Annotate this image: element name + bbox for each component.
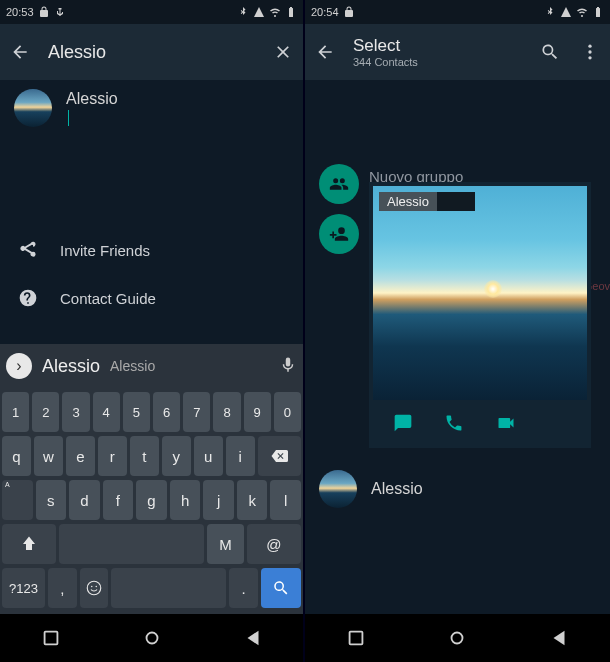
invite-friends-label: Invite Friends [60, 242, 150, 259]
contact-list-row[interactable]: Alessio [319, 470, 596, 508]
invite-friends[interactable]: Invite Friends [0, 226, 303, 274]
right-content: Nuovo gruppo Geov Alessio [305, 80, 610, 614]
key-f[interactable]: f [103, 480, 134, 520]
group-icon [329, 174, 349, 194]
key-t[interactable]: t [130, 436, 159, 476]
key-capslock[interactable]: A [2, 480, 33, 520]
contact-guide[interactable]: Contact Guide [0, 274, 303, 322]
status-time: 20:53 [6, 6, 34, 18]
popup-name-redact [437, 192, 475, 211]
statusbar-left: 20:53 [0, 0, 303, 24]
contact-preview-popup: Alessio [369, 182, 591, 448]
contact-result-row[interactable]: Alessio [0, 80, 303, 136]
popup-contact-name: Alessio [379, 192, 437, 211]
key-q[interactable]: q [2, 436, 31, 476]
key-6[interactable]: 6 [153, 392, 180, 432]
key-k[interactable]: k [237, 480, 268, 520]
contacts-count: 344 Contacts [353, 56, 522, 68]
lock-icon [343, 6, 355, 18]
statusbar-right: 20:54 [305, 0, 610, 24]
clear-button[interactable] [271, 40, 295, 64]
key-4[interactable]: 4 [93, 392, 120, 432]
search-input[interactable]: Alessio [48, 42, 255, 63]
usb-icon [54, 6, 66, 18]
key-backspace[interactable] [258, 436, 301, 476]
svg-point-4 [146, 633, 157, 644]
contact-photo[interactable]: Alessio [373, 186, 587, 400]
key-comma[interactable]: , [48, 568, 77, 608]
key-symbols[interactable]: ?123 [2, 568, 45, 608]
svg-rect-3 [44, 632, 57, 645]
key-l[interactable]: l [270, 480, 301, 520]
nav-back[interactable] [548, 627, 570, 649]
expand-suggestions[interactable]: › [6, 353, 32, 379]
svg-point-5 [588, 45, 591, 48]
popup-video[interactable] [493, 410, 519, 436]
key-5[interactable]: 5 [123, 392, 150, 432]
key-1[interactable]: 1 [2, 392, 29, 432]
add-person-icon [329, 224, 349, 244]
text-cursor [68, 110, 69, 126]
back-button[interactable] [8, 40, 32, 64]
signal-icon [253, 6, 265, 18]
video-icon [496, 413, 516, 433]
voice-input[interactable] [279, 356, 297, 377]
key-h[interactable]: h [170, 480, 201, 520]
key-shift[interactable] [2, 524, 56, 564]
bluetooth-icon [544, 6, 556, 18]
key-2[interactable]: 2 [32, 392, 59, 432]
back-button[interactable] [313, 40, 337, 64]
suggestion-1[interactable]: Alessio [42, 356, 100, 377]
key-9[interactable]: 9 [244, 392, 271, 432]
key-emoji[interactable] [80, 568, 109, 608]
key-j[interactable]: j [203, 480, 234, 520]
key-i[interactable]: i [226, 436, 255, 476]
suggestion-2[interactable]: Alessio [110, 358, 155, 374]
nav-home[interactable] [446, 627, 468, 649]
chat-icon [393, 413, 413, 433]
svg-rect-8 [349, 632, 362, 645]
key-e[interactable]: e [66, 436, 95, 476]
key-search[interactable] [261, 568, 301, 608]
key-m[interactable]: M [207, 524, 243, 564]
new-group-fab[interactable] [319, 164, 359, 204]
svg-point-2 [96, 586, 98, 588]
key-8[interactable]: 8 [213, 392, 240, 432]
select-title: Select [353, 37, 522, 54]
key-7[interactable]: 7 [183, 392, 210, 432]
new-contact-fab[interactable] [319, 214, 359, 254]
key-d[interactable]: d [69, 480, 100, 520]
popup-message[interactable] [390, 410, 416, 436]
key-0[interactable]: 0 [274, 392, 301, 432]
key-space-2[interactable] [111, 568, 226, 608]
help-icon [18, 288, 38, 308]
popup-info[interactable] [544, 410, 570, 436]
nav-bar-left [0, 614, 303, 662]
overflow-menu[interactable] [578, 40, 602, 64]
avatar [14, 89, 52, 127]
key-space[interactable] [59, 524, 204, 564]
contact-guide-label: Contact Guide [60, 290, 156, 307]
key-at[interactable]: @ [247, 524, 301, 564]
key-r[interactable]: r [98, 436, 127, 476]
key-period[interactable]: . [229, 568, 258, 608]
key-u[interactable]: u [194, 436, 223, 476]
key-w[interactable]: w [34, 436, 63, 476]
key-s[interactable]: s [36, 480, 67, 520]
share-icon [18, 240, 38, 260]
bluetooth-icon [237, 6, 249, 18]
key-3[interactable]: 3 [62, 392, 89, 432]
select-appbar: Select 344 Contacts [305, 24, 610, 80]
nav-back[interactable] [242, 627, 264, 649]
nav-recents[interactable] [345, 627, 367, 649]
key-y[interactable]: y [162, 436, 191, 476]
nav-home[interactable] [141, 627, 163, 649]
nav-recents[interactable] [40, 627, 62, 649]
key-g[interactable]: g [136, 480, 167, 520]
search-button[interactable] [538, 40, 562, 64]
contact-name: Alessio [66, 90, 118, 108]
lock-icon [38, 6, 50, 18]
svg-point-6 [588, 50, 591, 53]
contact-name: Alessio [371, 480, 423, 498]
popup-call[interactable] [441, 410, 467, 436]
